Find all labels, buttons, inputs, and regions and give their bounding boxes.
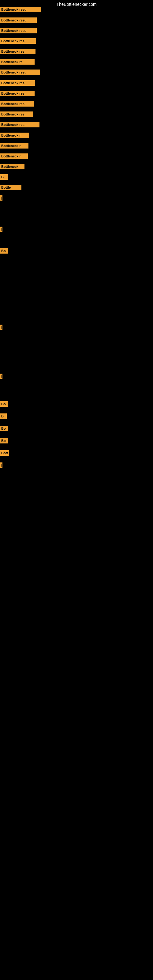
bar-label: Bottleneck res: [0, 49, 35, 54]
bar-label: Bottleneck r: [0, 143, 29, 148]
bar-label: Bottleneck resu: [0, 7, 41, 12]
bar-item: Bottleneck r: [0, 153, 28, 159]
bar-item: Bottleneck r: [0, 143, 29, 148]
bar-label: |: [0, 227, 2, 232]
bar-label: Bottleneck res: [0, 38, 36, 44]
bar-item: Bottleneck res: [0, 91, 35, 96]
bar-item: Bo: [0, 248, 8, 254]
bar-item: Bottleneck resu: [0, 7, 41, 12]
bar-label: Bottleneck resu: [0, 18, 37, 23]
bar-item: |: [0, 227, 2, 232]
bar-label: Bottleneck res: [0, 101, 34, 107]
bar-label: Bottleneck re: [0, 59, 35, 65]
bar-item: Bottleneck res: [0, 101, 34, 107]
bar-label: Bo: [0, 426, 8, 431]
bar-item: Bottleneck: [0, 164, 24, 169]
bar-item: |: [0, 463, 2, 468]
bar-item: Bottle: [0, 185, 21, 190]
bar-label: Bottleneck rest: [0, 70, 40, 75]
bar-item: Bottleneck resu: [0, 28, 37, 33]
bar-item: Bott: [0, 450, 9, 456]
bar-label: Bott: [0, 450, 9, 456]
bar-label: Bottleneck res: [0, 122, 40, 127]
bar-item: Bottleneck rest: [0, 70, 40, 75]
bar-label: Bo: [0, 438, 8, 444]
bar-label: Bottleneck res: [0, 80, 35, 86]
bar-label: |: [0, 463, 2, 468]
bar-label: Bottleneck r: [0, 153, 28, 159]
bar-label: Bottleneck resu: [0, 28, 37, 33]
bar-item: B: [0, 414, 7, 419]
bar-item: Bottleneck res: [0, 49, 35, 54]
bar-item: Bottleneck res: [0, 122, 40, 127]
bar-item: |: [0, 325, 2, 330]
bar-item: Bo: [0, 401, 8, 407]
bar-item: |: [0, 374, 2, 379]
bar-item: Bottleneck res: [0, 111, 33, 117]
bar-label: B: [0, 174, 8, 180]
bar-label: Bottle: [0, 185, 21, 190]
bar-item: Bo: [0, 426, 8, 431]
bar-label: |: [0, 374, 2, 379]
bar-item: B: [0, 174, 8, 180]
bar-label: |: [0, 195, 2, 200]
bar-item: |: [0, 195, 2, 200]
bar-item: Bottleneck res: [0, 80, 35, 86]
bar-label: |: [0, 325, 2, 330]
bar-item: Bottleneck res: [0, 38, 36, 44]
bar-item: Bo: [0, 438, 8, 444]
bar-label: Bottleneck: [0, 164, 24, 169]
bar-label: Bottleneck res: [0, 111, 33, 117]
bar-item: Bottleneck resu: [0, 18, 37, 23]
bar-label: Bo: [0, 248, 8, 254]
bar-label: B: [0, 414, 7, 419]
bar-item: Bottleneck r: [0, 133, 29, 138]
bar-label: Bo: [0, 401, 8, 407]
bar-label: Bottleneck r: [0, 133, 29, 138]
bar-item: Bottleneck re: [0, 59, 35, 65]
bar-label: Bottleneck res: [0, 91, 35, 96]
